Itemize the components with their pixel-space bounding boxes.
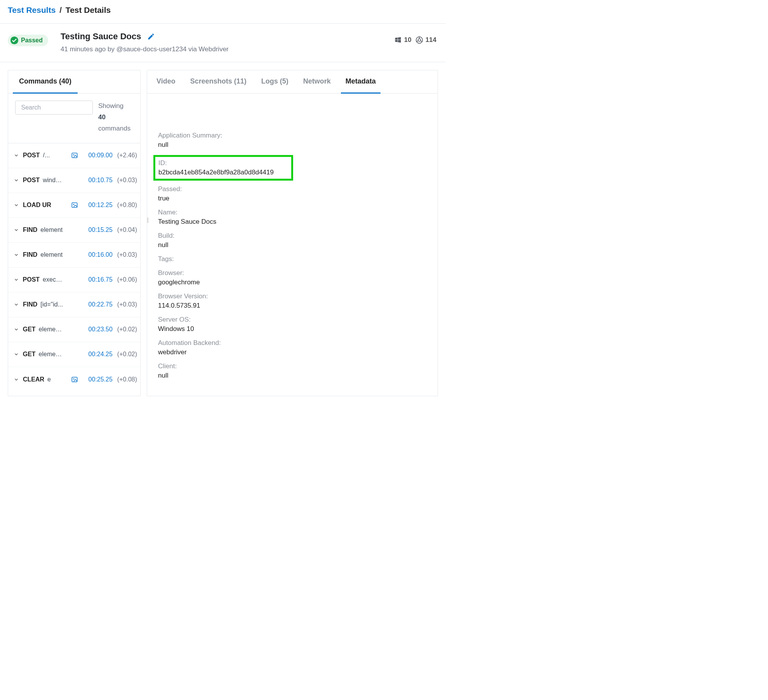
metadata-body: Application Summary: null ID: b2bcda41eb… bbox=[147, 94, 438, 390]
svg-rect-7 bbox=[72, 203, 77, 207]
command-row[interactable]: FINDelement00:15.25(+0.04) bbox=[8, 218, 140, 243]
status-badge: Passed bbox=[8, 35, 48, 46]
svg-point-10 bbox=[73, 378, 74, 380]
meta-browser: Browser: googlechrome bbox=[158, 269, 427, 286]
check-circle-icon bbox=[10, 36, 19, 45]
commands-panel: Commands (40) Showing 40 commands POST/.… bbox=[8, 70, 141, 396]
meta-app-summary: Application Summary: null bbox=[158, 132, 427, 149]
command-method: FIND bbox=[23, 301, 37, 308]
command-delta: (+0.04) bbox=[117, 226, 137, 233]
command-row[interactable]: CLEARe00:25.25(+0.08) bbox=[8, 367, 140, 392]
chevron-down-icon bbox=[14, 302, 20, 307]
meta-name: Name: Testing Sauce Docs bbox=[158, 209, 427, 226]
command-time: 00:16.75 bbox=[84, 276, 113, 283]
command-path: elemen... bbox=[39, 351, 64, 358]
chevron-down-icon bbox=[14, 327, 20, 332]
command-method: CLEAR bbox=[23, 376, 44, 383]
tab-video[interactable]: Video bbox=[152, 70, 180, 93]
command-method: FIND bbox=[23, 226, 37, 233]
command-method: GET bbox=[23, 351, 36, 358]
tab-screenshots[interactable]: Screenshots (11) bbox=[186, 70, 251, 93]
chevron-down-icon bbox=[14, 352, 20, 357]
meta-build: Build: null bbox=[158, 232, 427, 249]
screenshot-icon[interactable] bbox=[71, 376, 78, 383]
tab-network[interactable]: Network bbox=[299, 70, 335, 93]
breadcrumb: Test Results / Test Details bbox=[0, 0, 446, 24]
test-title: Testing Sauce Docs bbox=[61, 31, 141, 42]
breadcrumb-separator: / bbox=[59, 5, 62, 14]
meta-client: Client: null bbox=[158, 362, 427, 380]
command-search[interactable] bbox=[15, 101, 93, 115]
command-list[interactable]: POST/...00:09.00(+2.46)POSTwindo...00:10… bbox=[8, 143, 140, 392]
windows-icon bbox=[394, 36, 402, 44]
meta-id-highlight: ID: b2bcda41eb854a2e8bf9a28a0d8d4419 bbox=[153, 155, 293, 181]
command-row[interactable]: POSTexecu...00:16.75(+0.06) bbox=[8, 268, 140, 293]
chevron-down-icon bbox=[14, 227, 20, 233]
command-search-input[interactable] bbox=[21, 104, 99, 111]
command-time: 00:12.25 bbox=[84, 202, 113, 209]
command-method: POST bbox=[23, 177, 40, 184]
svg-rect-9 bbox=[72, 377, 77, 382]
edit-icon[interactable] bbox=[147, 33, 155, 40]
command-time: 00:10.75 bbox=[84, 177, 113, 184]
command-path: windo... bbox=[43, 177, 64, 184]
command-time: 00:22.75 bbox=[84, 301, 113, 308]
command-path: /... bbox=[43, 152, 50, 159]
command-path: element bbox=[40, 226, 63, 233]
command-path: execu... bbox=[43, 276, 64, 283]
meta-id: ID: b2bcda41eb854a2e8bf9a28a0d8d4419 bbox=[158, 159, 288, 176]
command-delta: (+0.80) bbox=[117, 202, 137, 209]
meta-browser-version: Browser Version: 114.0.5735.91 bbox=[158, 293, 427, 310]
command-row[interactable]: GETelemen...00:24.25(+0.02) bbox=[8, 342, 140, 367]
meta-tags: Tags: bbox=[158, 255, 427, 263]
meta-automation-backend: Automation Backend: webdriver bbox=[158, 339, 427, 356]
command-delta: (+0.02) bbox=[117, 351, 137, 358]
command-path: element bbox=[40, 251, 63, 258]
chevron-down-icon bbox=[14, 202, 20, 208]
command-row[interactable]: POSTwindo...00:10.75(+0.03) bbox=[8, 168, 140, 193]
chevron-down-icon bbox=[14, 153, 20, 158]
svg-point-8 bbox=[73, 204, 74, 205]
screenshot-icon[interactable] bbox=[71, 202, 78, 209]
showing-count: Showing 40 commands bbox=[98, 101, 130, 134]
splitter-handle[interactable]: || bbox=[147, 217, 148, 223]
meta-server-os: Server OS: Windows 10 bbox=[158, 316, 427, 333]
tab-metadata[interactable]: Metadata bbox=[341, 70, 381, 94]
test-subtitle: 41 minutes ago by @sauce-docs-user1234 v… bbox=[61, 45, 394, 53]
command-row[interactable]: FINDelement00:16.00(+0.03) bbox=[8, 243, 140, 268]
command-time: 00:15.25 bbox=[84, 226, 113, 233]
command-delta: (+2.46) bbox=[117, 152, 137, 159]
breadcrumb-current: Test Details bbox=[66, 5, 111, 14]
tab-logs[interactable]: Logs (5) bbox=[257, 70, 293, 93]
test-header: Passed Testing Sauce Docs 41 minutes ago… bbox=[0, 24, 446, 62]
meta-passed: Passed: true bbox=[158, 185, 427, 202]
os-version: 10 bbox=[404, 36, 412, 44]
chevron-down-icon bbox=[14, 252, 20, 258]
command-time: 00:23.50 bbox=[84, 326, 113, 333]
command-path: [id="id... bbox=[40, 301, 63, 308]
command-method: LOAD UR bbox=[23, 202, 51, 209]
chevron-down-icon bbox=[14, 377, 20, 382]
chevron-down-icon bbox=[14, 277, 20, 282]
breadcrumb-parent-link[interactable]: Test Results bbox=[8, 5, 56, 14]
commands-tab[interactable]: Commands (40) bbox=[13, 70, 78, 94]
command-row[interactable]: GETelemen...00:23.50(+0.02) bbox=[8, 317, 140, 342]
command-row[interactable]: POST/...00:09.00(+2.46) bbox=[8, 143, 140, 168]
command-path: e bbox=[47, 376, 51, 383]
command-delta: (+0.03) bbox=[117, 251, 137, 258]
chevron-down-icon bbox=[14, 178, 20, 183]
command-delta: (+0.02) bbox=[117, 326, 137, 333]
command-time: 00:16.00 bbox=[84, 251, 113, 258]
command-row[interactable]: LOAD UR00:12.25(+0.80) bbox=[8, 193, 140, 218]
chrome-icon bbox=[415, 36, 423, 44]
command-method: GET bbox=[23, 326, 36, 333]
command-time: 00:24.25 bbox=[84, 351, 113, 358]
svg-point-2 bbox=[418, 39, 420, 42]
screenshot-icon[interactable] bbox=[71, 152, 78, 159]
command-method: POST bbox=[23, 152, 40, 159]
command-time: 00:09.00 bbox=[84, 152, 113, 159]
command-row[interactable]: FIND[id="id...00:22.75(+0.03) bbox=[8, 293, 140, 317]
svg-point-6 bbox=[73, 154, 74, 155]
details-panel: Video Screenshots (11) Logs (5) Network … bbox=[147, 70, 438, 396]
environment-info: 10 114 bbox=[394, 36, 436, 44]
